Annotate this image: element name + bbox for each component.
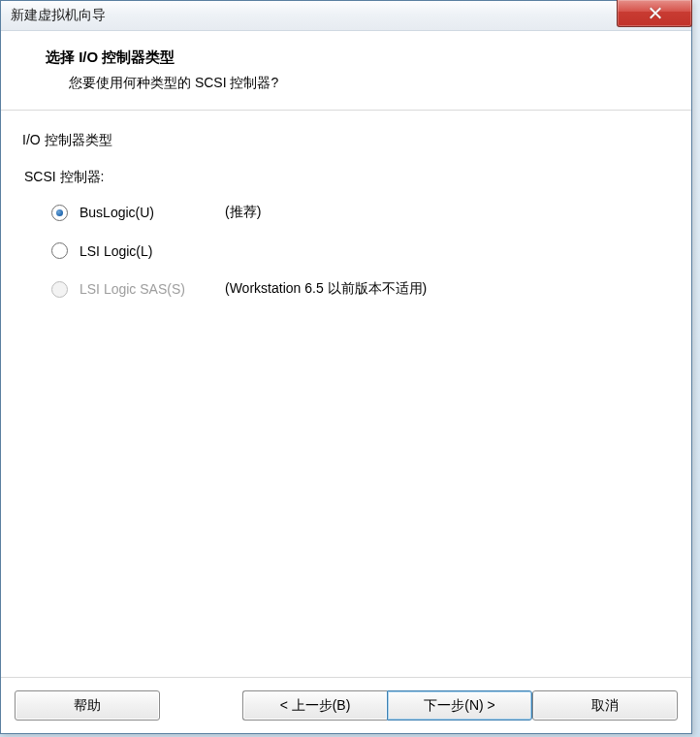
back-button[interactable]: < 上一步(B) [242,690,387,721]
titlebar: 新建虚拟机向导 [1,1,691,31]
radio-label: LSI Logic(L) [80,243,225,259]
cancel-button[interactable]: 取消 [532,690,678,721]
close-button[interactable] [617,0,692,27]
page-title: 选择 I/O 控制器类型 [46,48,691,67]
wizard-header: 选择 I/O 控制器类型 您要使用何种类型的 SCSI 控制器? [1,31,691,111]
close-icon [649,7,661,19]
radio-option-lsilogic[interactable]: LSI Logic(L) [51,242,672,259]
radio-note: (Workstation 6.5 以前版本不适用) [225,280,427,298]
radio-icon [51,205,68,221]
help-button[interactable]: 帮助 [15,690,160,721]
radio-option-buslogic[interactable]: BusLogic(U) (推荐) [51,204,672,221]
radio-group-scsi: BusLogic(U) (推荐) LSI Logic(L) LSI Logic … [22,204,672,298]
radio-label: BusLogic(U) [80,205,225,220]
next-button[interactable]: 下一步(N) > [387,690,532,721]
dialog-window: 新建虚拟机向导 选择 I/O 控制器类型 您要使用何种类型的 SCSI 控制器?… [0,0,692,734]
radio-option-lsilogic-sas: LSI Logic SAS(S) (Workstation 6.5 以前版本不适… [51,280,672,298]
nav-button-group: < 上一步(B) 下一步(N) > [242,690,532,721]
window-title: 新建虚拟机向导 [11,7,106,24]
content-area: I/O 控制器类型 SCSI 控制器: BusLogic(U) (推荐) LSI… [1,111,691,298]
dialog-footer: 帮助 < 上一步(B) 下一步(N) > 取消 [1,677,691,733]
radio-note: (推荐) [225,204,261,221]
radio-label: LSI Logic SAS(S) [80,281,225,297]
radio-icon [51,281,68,298]
group-title: I/O 控制器类型 [22,132,672,149]
page-subtitle: 您要使用何种类型的 SCSI 控制器? [46,75,691,92]
radio-icon [51,242,68,259]
field-label: SCSI 控制器: [24,169,672,186]
